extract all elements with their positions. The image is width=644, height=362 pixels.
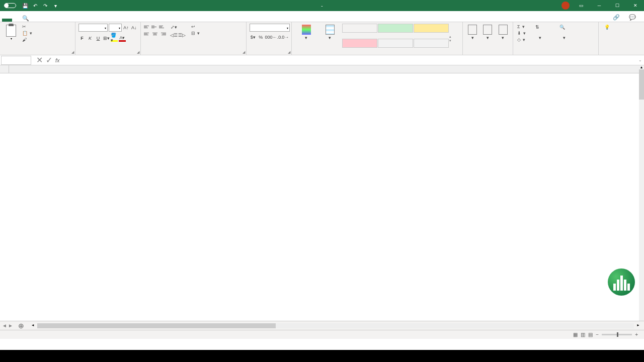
percent-button[interactable]: % bbox=[258, 34, 265, 41]
style-gut[interactable] bbox=[378, 24, 413, 33]
share-button[interactable]: 🔗 bbox=[610, 13, 624, 22]
select-all-corner[interactable] bbox=[0, 65, 9, 73]
orientation-button[interactable]: ⤢▾ bbox=[170, 24, 177, 31]
view-normal-icon[interactable]: ▦ bbox=[573, 332, 578, 337]
border-button[interactable]: ⊞▾ bbox=[103, 35, 110, 42]
dialog-launcher-icon[interactable]: ◢ bbox=[71, 50, 74, 54]
status-bar: ▦ ▥ ▤ − + bbox=[0, 330, 644, 339]
view-layout-icon[interactable]: ▥ bbox=[581, 332, 585, 337]
chart-badge-icon bbox=[608, 268, 635, 296]
insert-cells-button[interactable]: ▾ bbox=[466, 24, 479, 53]
spreadsheet-grid[interactable]: ▲ bbox=[0, 65, 644, 321]
style-schlecht[interactable] bbox=[342, 39, 377, 48]
zoom-out-button[interactable]: − bbox=[596, 332, 599, 337]
font-size-selector[interactable]: ▾ bbox=[109, 24, 121, 32]
toggle-icon[interactable] bbox=[4, 3, 16, 8]
sheet-tabs-bar: ◄ ► ⊕ ◄► bbox=[0, 321, 644, 330]
view-pagebreak-icon[interactable]: ▤ bbox=[588, 332, 593, 337]
horizontal-scrollbar[interactable]: ◄► bbox=[37, 323, 634, 328]
clear-button[interactable]: ◇ ▾ bbox=[516, 37, 527, 43]
qat-customize-icon[interactable]: ▾ bbox=[52, 3, 58, 9]
maximize-button[interactable]: ☐ bbox=[611, 1, 624, 10]
zoom-slider[interactable] bbox=[602, 334, 632, 335]
style-standard[interactable] bbox=[342, 24, 377, 33]
minimize-button[interactable]: ─ bbox=[593, 1, 606, 10]
cancel-icon[interactable]: ✕ bbox=[36, 55, 43, 65]
comments-button[interactable]: 💬 bbox=[626, 13, 640, 22]
merge-center-button[interactable]: ⊟ ▾ bbox=[190, 30, 201, 36]
decrease-indent-button[interactable]: ◁☰ bbox=[170, 32, 177, 39]
align-left-button[interactable] bbox=[144, 31, 151, 37]
delete-cells-button[interactable]: ▾ bbox=[481, 24, 494, 53]
zoom-in-button[interactable]: + bbox=[635, 332, 638, 337]
formula-bar: ✕ ✓ fx ⌄ bbox=[0, 55, 644, 65]
add-sheet-button[interactable]: ⊕ bbox=[15, 322, 27, 330]
fx-icon[interactable]: fx bbox=[55, 57, 60, 63]
bold-button[interactable]: F bbox=[78, 35, 86, 42]
currency-button[interactable]: $▾ bbox=[250, 34, 257, 41]
align-center-button[interactable] bbox=[151, 31, 158, 37]
style-berechnung[interactable] bbox=[414, 39, 449, 48]
increase-font-icon[interactable]: A↑ bbox=[123, 24, 130, 31]
name-box[interactable] bbox=[1, 56, 31, 65]
ribbon-tabs: 🔍 🔗 💬 bbox=[0, 11, 644, 22]
style-ausgabe[interactable] bbox=[378, 39, 413, 48]
sort-filter-button[interactable]: ⇅▾ bbox=[529, 24, 551, 53]
save-icon[interactable]: 💾 bbox=[22, 3, 28, 9]
decrease-font-icon[interactable]: A↓ bbox=[130, 24, 137, 31]
wrap-text-button[interactable]: ↩ bbox=[190, 24, 201, 30]
format-painter-button[interactable]: 🖌 bbox=[21, 37, 33, 43]
letterbox bbox=[0, 350, 644, 362]
find-select-button[interactable]: 🔍▾ bbox=[553, 24, 575, 53]
align-top-button[interactable] bbox=[144, 24, 151, 30]
autosum-button[interactable]: Σ ▾ bbox=[516, 24, 527, 30]
autosave-toggle[interactable] bbox=[2, 3, 16, 8]
underline-button[interactable]: U bbox=[95, 35, 102, 42]
align-bottom-button[interactable] bbox=[159, 24, 166, 30]
conditional-formatting-button[interactable]: ▾ bbox=[295, 24, 317, 53]
fill-color-button[interactable]: 🪣▾ bbox=[111, 35, 118, 42]
paste-button[interactable]: ▾ bbox=[3, 24, 19, 53]
increase-indent-button[interactable]: ☰▷ bbox=[178, 32, 185, 39]
cut-button[interactable]: ✂ bbox=[21, 24, 33, 30]
style-neutral[interactable] bbox=[414, 24, 449, 33]
number-format-selector[interactable]: ▾ bbox=[250, 24, 290, 32]
ribbon: ▾ ✂ 📋 ▾ 🖌 ◢ ▾ ▾ A↑ A↓ F K U ⊞▾ 🪣▾ bbox=[0, 22, 644, 55]
align-right-button[interactable] bbox=[159, 31, 166, 37]
vertical-scrollbar[interactable]: ▲ bbox=[639, 65, 644, 321]
copy-button[interactable]: 📋 ▾ bbox=[21, 30, 33, 36]
expand-formula-icon[interactable]: ⌄ bbox=[636, 58, 644, 62]
increase-decimal-button[interactable]: ←.0 bbox=[273, 34, 280, 41]
decrease-decimal-button[interactable]: .0→ bbox=[281, 34, 288, 41]
enter-icon[interactable]: ✓ bbox=[46, 55, 52, 65]
thousands-button[interactable]: 000 bbox=[265, 34, 272, 41]
align-middle-button[interactable] bbox=[151, 24, 158, 30]
formula-input[interactable] bbox=[60, 56, 636, 64]
ribbon-options-icon[interactable]: ▭ bbox=[575, 1, 588, 10]
dialog-launcher-icon[interactable]: ◢ bbox=[137, 50, 139, 54]
redo-icon[interactable]: ↷ bbox=[42, 3, 48, 9]
undo-icon[interactable]: ↶ bbox=[32, 3, 38, 9]
cell-styles-gallery[interactable]: ▴▾ bbox=[342, 24, 459, 53]
font-color-button[interactable]: A▾ bbox=[119, 35, 126, 42]
user-avatar[interactable] bbox=[561, 2, 570, 10]
search-box[interactable]: 🔍 bbox=[22, 15, 31, 22]
format-as-table-button[interactable]: ▾ bbox=[319, 24, 340, 53]
sheet-nav-prev-icon[interactable]: ◄ bbox=[2, 323, 7, 328]
italic-button[interactable]: K bbox=[87, 35, 94, 42]
tab-file[interactable] bbox=[2, 19, 12, 22]
font-selector[interactable]: ▾ bbox=[78, 24, 108, 32]
close-button[interactable]: ✕ bbox=[629, 1, 642, 10]
sheet-nav-next-icon[interactable]: ► bbox=[8, 323, 13, 328]
titlebar: 💾 ↶ ↷ ▾ - ▭ ─ ☐ ✕ bbox=[0, 0, 644, 11]
fill-button[interactable]: ⬇ ▾ bbox=[516, 30, 527, 36]
dialog-launcher-icon[interactable]: ◢ bbox=[243, 50, 245, 54]
dialog-launcher-icon[interactable]: ◢ bbox=[288, 50, 290, 54]
ideas-button[interactable]: 💡 bbox=[602, 24, 616, 53]
format-cells-button[interactable]: ▾ bbox=[497, 24, 510, 53]
